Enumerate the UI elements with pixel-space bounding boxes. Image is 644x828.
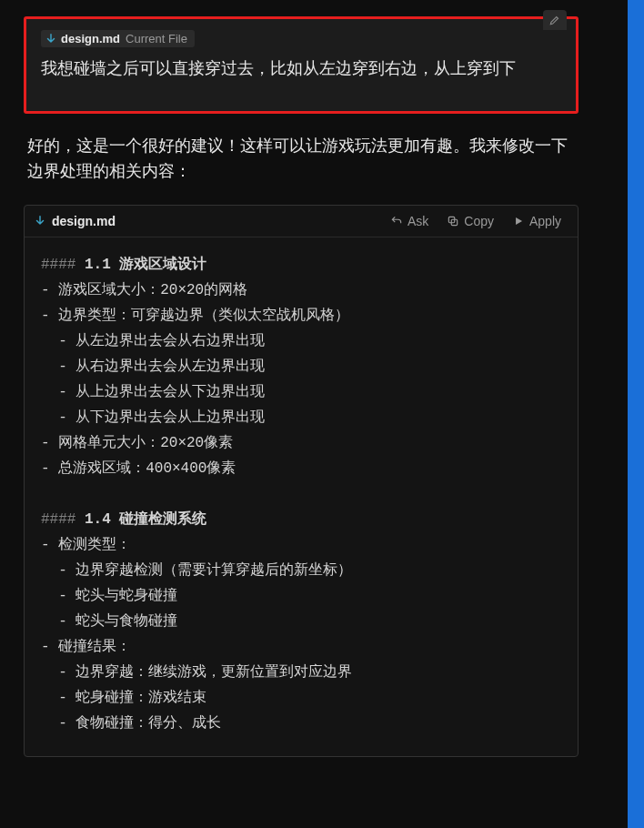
- code-block-header: design.md Ask Copy Apply: [25, 206, 578, 237]
- file-context-chip[interactable]: design.md Current File: [41, 30, 195, 47]
- assistant-message-text: 好的，这是一个很好的建议！这样可以让游戏玩法更加有趣。我来修改一下边界处理的相关…: [24, 132, 579, 185]
- play-icon: [512, 215, 525, 227]
- pencil-icon: [548, 14, 561, 26]
- window-right-edge: [628, 0, 644, 828]
- copy-button[interactable]: Copy: [439, 211, 501, 231]
- arrow-down-icon: [34, 215, 46, 227]
- copy-icon: [447, 215, 459, 227]
- copy-button-label: Copy: [464, 214, 494, 228]
- arrow-down-icon: [45, 33, 57, 45]
- code-block-filename: design.md: [52, 214, 116, 228]
- ask-button-label: Ask: [408, 214, 428, 228]
- apply-button[interactable]: Apply: [505, 211, 569, 231]
- file-chip-suffix: Current File: [126, 32, 187, 45]
- user-message-text: 我想碰墙之后可以直接穿过去，比如从左边穿到右边，从上穿到下: [41, 56, 561, 82]
- code-block-content: #### 1.1 游戏区域设计 - 游戏区域大小：20×20的网格 - 边界类型…: [25, 237, 578, 756]
- apply-button-label: Apply: [529, 214, 561, 228]
- chat-panel: design.md Current File 我想碰墙之后可以直接穿过去，比如从…: [0, 0, 602, 773]
- code-block: design.md Ask Copy Apply #### 1.1 游戏区域设计…: [24, 205, 579, 757]
- reply-icon: [390, 215, 403, 227]
- edit-message-button[interactable]: [543, 10, 567, 30]
- ask-button[interactable]: Ask: [383, 211, 436, 231]
- file-chip-name: design.md: [61, 32, 120, 45]
- user-message: design.md Current File 我想碰墙之后可以直接穿过去，比如从…: [24, 16, 579, 114]
